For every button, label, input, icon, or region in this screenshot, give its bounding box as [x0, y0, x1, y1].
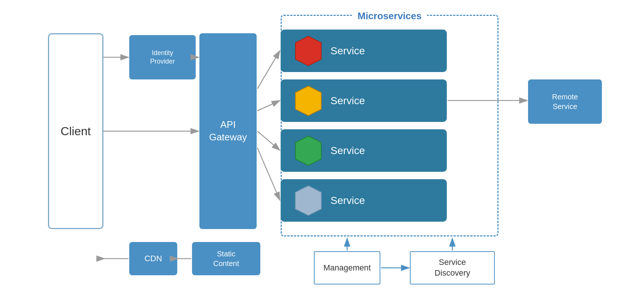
service-label-1: Service: [330, 45, 365, 57]
svg-marker-3: [295, 186, 321, 215]
svg-line-14: [257, 131, 280, 150]
remote-service-label: RemoteService: [552, 92, 578, 111]
remote-service-box: RemoteService: [528, 79, 602, 124]
hex-icon-1: [294, 34, 323, 68]
svg-marker-0: [295, 36, 321, 66]
static-content-box: StaticContent: [192, 242, 260, 275]
service-label-3: Service: [330, 145, 365, 157]
service-box-4: Service: [281, 179, 447, 222]
identity-provider-label: IdentityProvider: [150, 49, 175, 66]
client-label: Client: [61, 125, 91, 138]
hex-icon-3: [294, 134, 323, 167]
microservices-title: Microservices: [352, 10, 427, 22]
cdn-box: CDN: [129, 242, 177, 275]
management-box: Management: [314, 251, 380, 284]
service-label-2: Service: [330, 95, 365, 107]
static-content-label: StaticContent: [213, 249, 239, 268]
service-discovery-label: ServiceDiscovery: [435, 257, 470, 278]
api-gateway-box: APIGateway: [199, 33, 257, 229]
svg-line-13: [257, 100, 280, 111]
hex-icon-4: [294, 184, 323, 217]
management-label: Management: [323, 263, 371, 273]
svg-marker-2: [295, 136, 321, 166]
client-box: Client: [48, 33, 103, 229]
service-box-1: Service: [281, 30, 447, 72]
svg-line-15: [257, 148, 280, 200]
api-gateway-label: APIGateway: [209, 119, 247, 144]
service-box-2: Service: [281, 79, 447, 122]
service-box-3: Service: [281, 129, 447, 172]
cdn-label: CDN: [144, 254, 162, 263]
diagram-container: Client IdentityProvider APIGateway Micro…: [0, 0, 644, 300]
svg-marker-1: [295, 86, 321, 116]
svg-line-12: [257, 51, 280, 89]
hex-icon-2: [294, 84, 323, 117]
service-label-4: Service: [330, 195, 365, 207]
service-discovery-box: ServiceDiscovery: [410, 251, 495, 284]
identity-provider-box: IdentityProvider: [129, 35, 196, 79]
